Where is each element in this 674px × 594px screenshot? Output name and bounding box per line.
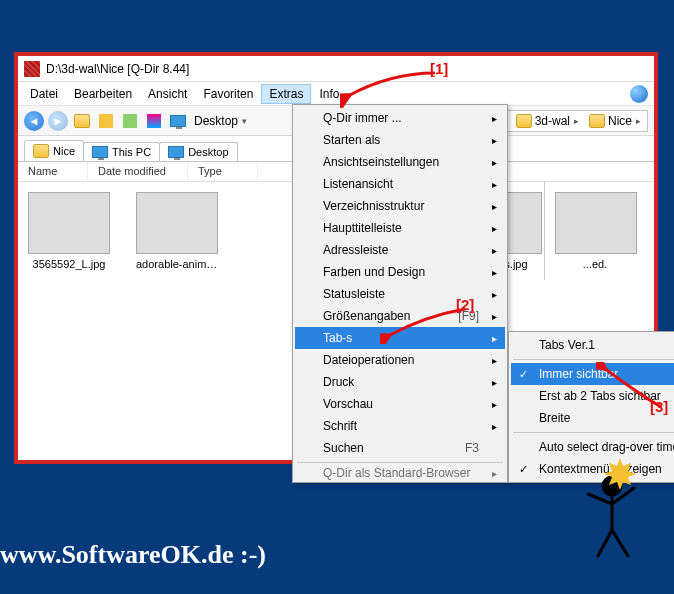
menu-item[interactable]: Tab-s▸ (295, 327, 505, 349)
svg-line-2 (598, 530, 612, 556)
file-item[interactable]: dalmatiner_welpe_... (655, 192, 656, 270)
file-item[interactable]: adorable-animal-a... (136, 192, 218, 270)
menu-item[interactable]: Vorschau▸ (295, 393, 505, 415)
menu-extras[interactable]: Extras (261, 84, 311, 104)
folder-icon (589, 114, 605, 128)
titlebar: D:\3d-wal\Nice [Q-Dir 8.44] (18, 56, 654, 82)
menu-item[interactable]: Dateioperationen▸ (295, 349, 505, 371)
menu-item[interactable]: Haupttitelleiste▸ (295, 217, 505, 239)
menu-item[interactable]: Q-Dir immer ...▸ (295, 107, 505, 129)
toolbar-btn-3[interactable] (120, 111, 140, 131)
chevron-down-icon[interactable]: ▾ (242, 116, 247, 126)
menu-item[interactable]: Listenansicht▸ (295, 173, 505, 195)
tab-desktop[interactable]: Desktop (159, 142, 237, 161)
thumbnail-icon (655, 192, 656, 254)
col-name[interactable]: Name (18, 162, 88, 181)
right-pane: ...ed. dalmatiner_welpe_... dalmatine (544, 182, 656, 280)
menu-item[interactable]: Ansichtseinstellungen▸ (295, 151, 505, 173)
menu-favoriten[interactable]: Favoriten (195, 84, 261, 104)
monitor-icon (92, 146, 108, 158)
menu-item[interactable]: Q-Dir als Standard-Browser▸ (295, 466, 505, 480)
file-item[interactable]: 3565592_L.jpg (28, 192, 110, 270)
crumb-3dwal[interactable]: 3d-wal▸ (512, 114, 583, 128)
globe-icon[interactable] (630, 85, 648, 103)
menu-info[interactable]: Info (311, 84, 347, 104)
app-icon (24, 61, 40, 77)
menu-datei[interactable]: Datei (22, 84, 66, 104)
extras-menu: Q-Dir immer ...▸Starten als▸Ansichtseins… (292, 104, 508, 483)
thumbnail-icon (136, 192, 218, 254)
toolbar-btn-4[interactable] (144, 111, 164, 131)
tab-nice[interactable]: Nice (24, 140, 84, 161)
submenu-item[interactable]: Breite▸ (511, 407, 674, 429)
menu-bearbeiten[interactable]: Bearbeiten (66, 84, 140, 104)
menu-item[interactable]: Verzeichnisstruktur▸ (295, 195, 505, 217)
file-item[interactable]: ...ed. (555, 192, 635, 270)
svg-line-3 (612, 530, 628, 556)
toolbar-desktop-label[interactable]: Desktop (194, 114, 238, 128)
monitor-icon (168, 146, 184, 158)
menu-item[interactable]: Druck▸ (295, 371, 505, 393)
stickfigure-icon (570, 452, 650, 562)
menu-item[interactable]: Farben und Design▸ (295, 261, 505, 283)
toolbar-btn-2[interactable] (96, 111, 116, 131)
tab-thispc[interactable]: This PC (83, 142, 160, 161)
col-type[interactable]: Type (188, 162, 258, 181)
crumb-nice[interactable]: Nice▸ (585, 114, 645, 128)
folder-icon (33, 144, 49, 158)
menu-item[interactable]: Adressleiste▸ (295, 239, 505, 261)
thumbnail-icon (28, 192, 110, 254)
submenu-item[interactable]: ✓Immer sichtbar (511, 363, 674, 385)
menu-item[interactable]: Starten als▸ (295, 129, 505, 151)
footer-url: www.SoftwareOK.de :-) (0, 540, 266, 570)
folder-icon (516, 114, 532, 128)
menu-ansicht[interactable]: Ansicht (140, 84, 195, 104)
menu-item[interactable]: SuchenF3 (295, 437, 505, 459)
menu-item[interactable]: Größenangaben[F9]▸ (295, 305, 505, 327)
toolbar-btn-1[interactable] (72, 111, 92, 131)
col-date[interactable]: Date modified (88, 162, 188, 181)
submenu-item[interactable]: Tabs Ver.1 (511, 334, 674, 356)
window-title: D:\3d-wal\Nice [Q-Dir 8.44] (46, 62, 189, 76)
submenu-item[interactable]: Erst ab 2 Tabs sichtbar (511, 385, 674, 407)
menu-item[interactable]: Statusleiste▸ (295, 283, 505, 305)
toolbar-desktop-icon[interactable] (168, 111, 188, 131)
menu-item[interactable]: Schrift▸ (295, 415, 505, 437)
thumbnail-icon (555, 192, 637, 254)
nav-forward-button[interactable]: ► (48, 111, 68, 131)
menubar: Datei Bearbeiten Ansicht Favoriten Extra… (18, 82, 654, 106)
nav-back-button[interactable]: ◄ (24, 111, 44, 131)
